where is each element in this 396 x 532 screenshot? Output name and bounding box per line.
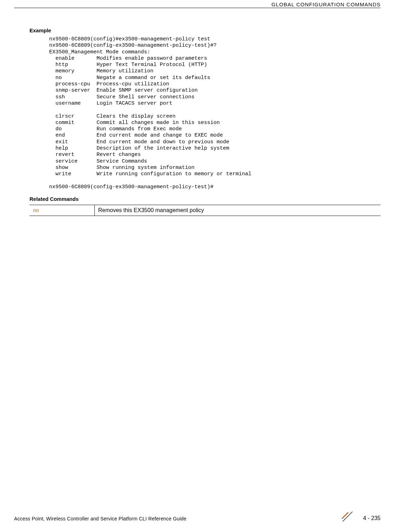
code-line: http Hyper Text Terminal Protocol (HTTP) — [49, 62, 207, 68]
code-line: ssh Secure Shell server connections — [49, 94, 194, 100]
page-number: 4 - 235 — [363, 515, 381, 521]
code-line: clrscr Clears the display screen — [49, 113, 176, 119]
code-line: service Service Commands — [49, 158, 147, 164]
code-line: exit End current mode and down to previo… — [49, 139, 229, 145]
cli-output: nx9500-6C8809(config)#ex3500-management-… — [49, 36, 381, 190]
code-line: help Description of the interactive help… — [49, 145, 229, 151]
page-content: Example nx9500-6C8809(config)#ex3500-man… — [29, 27, 381, 216]
footer-guide-title: Access Point, Wireless Controller and Se… — [14, 516, 186, 521]
code-line: do Run commands from Exec mode — [49, 126, 182, 132]
related-commands-table: no Removes this EX3500 management policy — [29, 205, 381, 216]
code-line: enable Modifies enable password paramete… — [49, 55, 207, 61]
code-line: commit Commit all changes made in this s… — [49, 120, 220, 126]
svg-line-1 — [342, 512, 348, 519]
code-line: snmp-server Enable SNMP server configura… — [49, 87, 198, 93]
header-rule — [14, 8, 381, 8]
page-footer: Access Point, Wireless Controller and Se… — [14, 511, 382, 521]
code-line: revert Revert changes — [49, 152, 141, 158]
code-line: end End current mode and change to EXEC … — [49, 132, 223, 138]
code-line: no Negate a command or set its defaults — [49, 75, 210, 81]
code-line: show Show running system information — [49, 165, 194, 171]
related-commands-heading: Related Commands — [29, 196, 381, 202]
code-line: username Login TACACS server port — [49, 100, 172, 106]
code-line: nx9500-6C8809(config-ex3500-management-p… — [49, 42, 217, 48]
related-command-link[interactable]: no — [29, 205, 94, 216]
running-header: GLOBAL CONFIGURATION COMMANDS — [271, 1, 381, 7]
table-row: no Removes this EX3500 management policy — [29, 205, 381, 216]
example-heading: Example — [29, 27, 381, 33]
slash-icon — [341, 510, 355, 524]
code-line: memory Memory utilization — [49, 68, 153, 74]
code-line: nx9500-6C8809(config-ex3500-management-p… — [49, 184, 213, 190]
code-line: process-cpu Process-cpu utilization — [49, 81, 169, 87]
code-line: nx9500-6C8809(config)#ex3500-management-… — [49, 36, 210, 42]
code-line: write Write running configuration to mem… — [49, 171, 251, 177]
related-command-desc: Removes this EX3500 management policy — [94, 205, 381, 216]
code-line: EX3500_Management Mode commands: — [49, 49, 150, 55]
